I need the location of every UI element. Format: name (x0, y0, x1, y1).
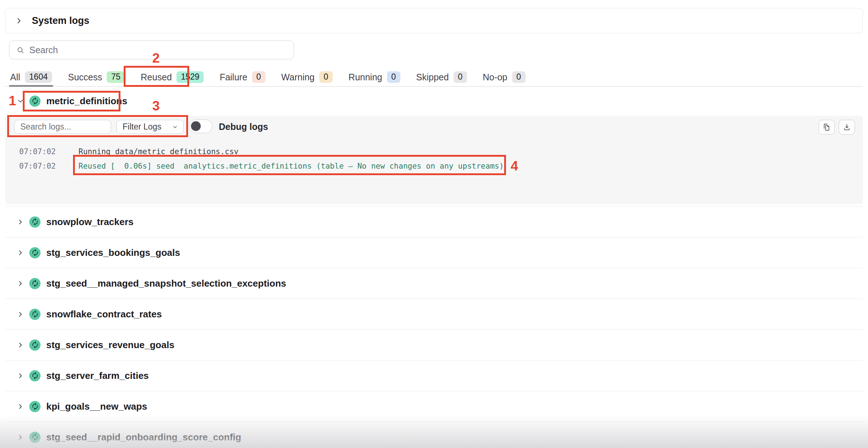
tab-running[interactable]: Running 0 (349, 68, 400, 86)
search-logs-input[interactable]: Search logs... (14, 120, 111, 134)
tab-skipped-count: 0 (454, 71, 467, 83)
chevron-down-icon[interactable] (17, 98, 24, 104)
log-message: Reused [ 0.06s] seed analytics.metric_de… (78, 162, 504, 170)
tab-failure-count: 0 (252, 71, 265, 83)
reused-sync-icon (29, 96, 41, 107)
system-logs-screen: System logs Search All 1604 Success 75 R… (0, 0, 868, 448)
run-name: stg_services_bookings_goals (46, 247, 180, 258)
download-icon (843, 123, 851, 131)
tab-reused[interactable]: Reused 1529 (141, 68, 204, 86)
run-row-stg-server-farm-cities[interactable]: stg_server_farm_cities (5, 360, 863, 391)
chevron-right-icon[interactable] (17, 280, 24, 287)
run-row-metric-definitions[interactable]: metric_definitions (5, 90, 863, 112)
copy-icon (822, 123, 831, 131)
tab-noop[interactable]: No-op 0 (483, 68, 526, 86)
runs-list: snowplow_trackers stg_services_bookings_… (5, 206, 863, 448)
reused-sync-icon (29, 216, 41, 228)
reused-sync-icon (29, 432, 41, 443)
download-logs-button[interactable] (839, 120, 855, 135)
run-row-kpi-goals-new-waps[interactable]: kpi_goals__new_waps (5, 391, 863, 422)
log-line: 07:07:02 Reused [ 0.06s] seed analytics.… (5, 160, 504, 172)
reused-sync-icon (29, 370, 41, 381)
tab-reused-count: 1529 (176, 71, 204, 83)
log-timestamp: 07:07:02 (5, 147, 78, 156)
tab-success[interactable]: Success 75 (68, 68, 125, 86)
tab-noop-count: 0 (512, 71, 526, 83)
run-name: metric_definitions (46, 96, 127, 107)
chevron-down-icon (173, 124, 178, 130)
reused-sync-icon (29, 278, 41, 289)
toggle-knob (191, 121, 201, 131)
tab-all-count: 1604 (25, 71, 52, 83)
chevron-right-icon[interactable] (17, 219, 24, 225)
search-placeholder: Search (29, 45, 58, 55)
run-name: snowplow_trackers (46, 216, 133, 228)
reused-sync-icon (29, 247, 41, 258)
chevron-right-icon[interactable] (16, 17, 22, 24)
copy-logs-button[interactable] (818, 120, 835, 135)
run-name: stg_services_revenue_goals (46, 339, 174, 351)
log-message: Running data/metric_definitions.csv (78, 147, 239, 156)
chevron-right-icon[interactable] (17, 311, 24, 317)
page-title: System logs (32, 15, 89, 26)
tab-warning[interactable]: Warning 0 (281, 68, 333, 86)
tab-all[interactable]: All 1604 (10, 68, 52, 86)
chevron-right-icon[interactable] (17, 434, 24, 440)
log-panel: Search logs... Filter Logs Debug logs (5, 116, 863, 204)
tab-running-count: 0 (387, 71, 400, 83)
reused-sync-icon (29, 309, 41, 320)
search-input[interactable]: Search (9, 41, 294, 59)
log-timestamp: 07:07:02 (5, 162, 78, 170)
run-row-stg-services-bookings-goals[interactable]: stg_services_bookings_goals (5, 237, 863, 268)
chevron-right-icon[interactable] (17, 373, 24, 379)
tab-failure[interactable]: Failure 0 (220, 68, 265, 86)
debug-logs-label: Debug logs (219, 122, 268, 132)
system-logs-header[interactable]: System logs (5, 8, 863, 33)
log-line: 07:07:02 Running data/metric_definitions… (5, 145, 239, 158)
tab-skipped[interactable]: Skipped 0 (416, 68, 467, 86)
run-name: kpi_goals__new_waps (46, 401, 147, 412)
reused-sync-icon (29, 339, 41, 351)
chevron-right-icon[interactable] (17, 342, 24, 348)
run-row-stg-seed-managed-snapshot-selection-exceptions[interactable]: stg_seed__managed_snapshot_selection_exc… (5, 268, 863, 299)
run-row-stg-services-revenue-goals[interactable]: stg_services_revenue_goals (5, 329, 863, 360)
reused-sync-icon (29, 401, 41, 412)
tab-success-count: 75 (107, 71, 125, 83)
run-row-snowplow-trackers[interactable]: snowplow_trackers (5, 206, 863, 237)
debug-logs-toggle[interactable] (189, 119, 212, 133)
search-icon (17, 46, 24, 54)
run-name: stg_seed__rapid_onboarding_score_config (46, 432, 241, 443)
tab-warning-count: 0 (319, 71, 333, 83)
run-row-snowflake-contract-rates[interactable]: snowflake_contract_rates (5, 299, 863, 329)
run-row-stg-seed-rapid-onboarding-score-config[interactable]: stg_seed__rapid_onboarding_score_config (5, 422, 863, 448)
chevron-right-icon[interactable] (17, 403, 24, 410)
search-logs-placeholder: Search logs... (20, 122, 71, 132)
run-name: stg_server_farm_cities (46, 370, 149, 381)
status-tabs: All 1604 Success 75 Reused 1529 Failure … (5, 68, 863, 87)
filter-logs-dropdown[interactable]: Filter Logs (116, 120, 184, 134)
run-name: stg_seed__managed_snapshot_selection_exc… (46, 278, 286, 289)
chevron-right-icon[interactable] (17, 250, 24, 256)
run-name: snowflake_contract_rates (46, 309, 162, 320)
